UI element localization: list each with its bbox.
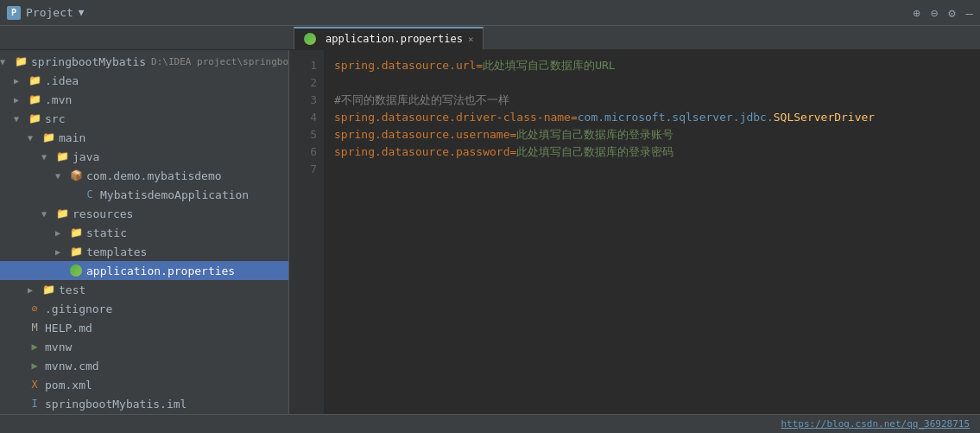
line-numbers: 1234567 <box>289 50 324 414</box>
tree-arrow-java <box>41 152 55 162</box>
tree-arrow-mvn <box>14 95 28 105</box>
line-number-4: 4 <box>289 109 324 126</box>
main-area: 📁springbootMybatisD:\IDEA project\spring… <box>0 50 980 414</box>
tree-label-src: src <box>45 112 65 125</box>
tree-label-test: test <box>59 283 85 296</box>
tree-label-application-properties: application.properties <box>86 264 235 277</box>
code-line-3: #不同的数据库此处的写法也不一样 <box>334 92 970 109</box>
tab-file-icon <box>303 32 317 46</box>
title-dropdown-icon[interactable]: ▼ <box>79 7 85 18</box>
settings-icon[interactable]: ⚙ <box>948 6 955 20</box>
code-line-7 <box>334 161 970 178</box>
blog-url[interactable]: https://blog.csdn.net/qq_36928715 <box>781 418 970 430</box>
tab-bar: application.properties × <box>0 26 980 50</box>
sidebar-item-MybatisdemoApplication[interactable]: CMybatisdemoApplication <box>0 185 288 204</box>
token: microsoft. <box>604 109 672 126</box>
sidebar-item-test[interactable]: 📁test <box>0 280 288 299</box>
sidebar-item-static[interactable]: 📁static <box>0 223 288 242</box>
code-line-5: spring.datasource.username=此处填写自己数据库的登录账… <box>334 126 970 143</box>
tree-file-icon-gitignore: ⊘ <box>28 302 41 315</box>
line-number-1: 1 <box>289 57 324 74</box>
tab-close-button[interactable]: × <box>468 34 474 45</box>
title-bar-left: P Project ▼ <box>7 6 84 20</box>
tree-arrow-com-demo-mybatisdemo <box>55 171 69 181</box>
editor[interactable]: 1234567 spring.datasource.url=此处填写自己数据库的… <box>289 50 980 414</box>
sidebar-item-springbootMybatis-iml[interactable]: IspringbootMybatis.iml <box>0 394 288 413</box>
tree-file-icon-mvnw: ▶ <box>28 340 41 353</box>
tree-label-HELP-md: HELP.md <box>45 322 92 334</box>
minimize-icon[interactable]: — <box>966 6 973 20</box>
add-icon[interactable]: ⊕ <box>913 6 920 20</box>
remove-icon[interactable]: ⊖ <box>931 6 938 20</box>
token: spring.datasource.driver-class-name= <box>334 109 578 126</box>
tree-label-resources: resources <box>73 207 133 220</box>
token: spring.datasource.username= <box>334 126 516 143</box>
sidebar-item-resources[interactable]: 📁resources <box>0 204 288 223</box>
tab-application-properties[interactable]: application.properties × <box>294 27 484 49</box>
token: 此处填写自己数据库的URL <box>483 57 615 74</box>
tree-label-mvnw-cmd: mvnw.cmd <box>45 360 99 373</box>
sidebar-item-src[interactable]: 📁src <box>0 109 288 128</box>
tree-file-icon-folder: 📁 <box>55 207 69 220</box>
tree-arrow-idea <box>14 76 28 86</box>
tree-label-MybatisdemoApplication: MybatisdemoApplication <box>100 188 249 201</box>
path-hint: D:\IDEA project\springbootM <box>151 56 289 67</box>
sidebar-item-mvnw-cmd[interactable]: ▶mvnw.cmd <box>0 356 288 375</box>
tree-file-icon-folder: 📁 <box>69 226 83 239</box>
token: com. <box>578 109 604 126</box>
tree-file-icon-mvnw: ▶ <box>28 359 41 373</box>
tree-label--gitignore: .gitignore <box>45 302 112 315</box>
sidebar-item-mvnw[interactable]: ▶mvnw <box>0 337 288 356</box>
tree-file-icon-folder: 📁 <box>28 73 41 87</box>
tree-label-com-demo-mybatisdemo: com.demo.mybatisdemo <box>86 169 222 182</box>
sidebar-item-com-demo-mybatisdemo[interactable]: 📦com.demo.mybatisdemo <box>0 166 288 185</box>
code-line-2 <box>334 74 970 92</box>
tab-label: application.properties <box>326 33 463 45</box>
tree-file-icon-project: 📁 <box>14 54 28 68</box>
tree-label-templates: templates <box>86 245 147 258</box>
sidebar-item-templates[interactable]: 📁templates <box>0 242 288 261</box>
title-label: Project <box>26 6 73 19</box>
tree-file-icon-folder: 📁 <box>41 283 55 296</box>
line-number-3: 3 <box>289 92 324 109</box>
sidebar-item-idea[interactable]: 📁.idea <box>0 71 288 90</box>
sidebar-item-mvn[interactable]: 📁.mvn <box>0 90 288 109</box>
sidebar-item-java[interactable]: 📁java <box>0 147 288 166</box>
code-line-1: spring.datasource.url=此处填写自己数据库的URL <box>334 57 970 74</box>
sidebar-item-pom-xml[interactable]: Xpom.xml <box>0 375 288 394</box>
tree-arrow-resources <box>41 209 55 219</box>
tree-arrow-static <box>55 228 69 238</box>
tree-file-icon-package: 📦 <box>69 169 83 182</box>
tree-arrow-test <box>28 285 41 295</box>
tree-label-pom-xml: pom.xml <box>45 379 92 392</box>
tree-label-springbootMybatis: springbootMybatis <box>31 55 146 68</box>
token: 此处填写自己数据库的登录密码 <box>516 143 673 161</box>
sidebar[interactable]: 📁springbootMybatisD:\IDEA project\spring… <box>0 50 289 414</box>
code-line-6: spring.datasource.password=此处填写自己数据库的登录密… <box>334 143 970 161</box>
tree-arrow-springbootMybatis <box>0 57 14 67</box>
sidebar-item-main[interactable]: 📁main <box>0 128 288 147</box>
sidebar-item-application-properties[interactable]: application.properties <box>0 261 288 280</box>
sidebar-item-HELP-md[interactable]: MHELP.md <box>0 318 288 337</box>
token: 此处填写自己数据库的登录账号 <box>516 126 673 143</box>
code-content[interactable]: spring.datasource.url=此处填写自己数据库的URL #不同的… <box>324 50 980 414</box>
tree-file-icon-xml: X <box>28 378 41 392</box>
sidebar-item-springbootMybatis[interactable]: 📁springbootMybatisD:\IDEA project\spring… <box>0 52 288 71</box>
sidebar-item--gitignore[interactable]: ⊘.gitignore <box>0 299 288 318</box>
tree-file-icon-folder: 📁 <box>69 245 83 258</box>
tree-file-icon-folder: 📁 <box>28 92 41 106</box>
tree-label-idea: .idea <box>45 74 79 87</box>
title-actions: ⊕ ⊖ ⚙ — <box>913 6 973 20</box>
tree-arrow-main <box>28 133 41 143</box>
token: spring.datasource.url= <box>334 57 483 74</box>
project-icon: P <box>7 6 21 20</box>
title-bar: P Project ▼ ⊕ ⊖ ⚙ — <box>0 0 980 26</box>
tree-file-icon-javaClass: C <box>83 188 97 201</box>
token: spring.datasource.password= <box>334 143 516 161</box>
tree-file-icon-properties <box>69 264 83 277</box>
tree-file-icon-md: M <box>28 321 41 334</box>
tree-file-icon-folder: 📁 <box>55 150 69 163</box>
code-line-4: spring.datasource.driver-class-name=com.… <box>334 109 970 126</box>
tree-label-main: main <box>59 131 85 144</box>
status-bar: https://blog.csdn.net/qq_36928715 <box>0 414 980 433</box>
